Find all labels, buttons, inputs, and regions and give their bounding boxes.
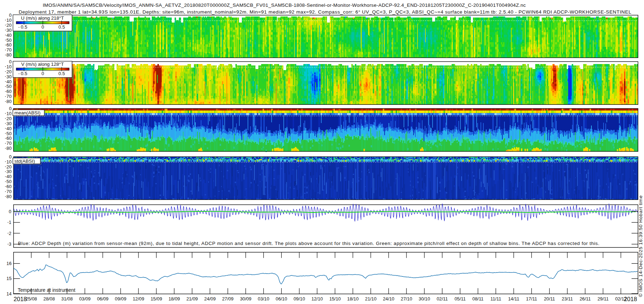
svg-text:21/10: 21/10 bbox=[365, 296, 376, 301]
svg-text:16: 16 bbox=[6, 261, 11, 266]
svg-text:80: 80 bbox=[6, 194, 11, 199]
svg-text:40: 40 bbox=[6, 174, 11, 179]
svg-text:14: 14 bbox=[6, 291, 11, 296]
svg-text:31/08: 31/08 bbox=[61, 296, 73, 301]
svg-text:50: 50 bbox=[6, 131, 11, 136]
svg-text:10: 10 bbox=[6, 18, 11, 23]
svg-text:15: 15 bbox=[6, 276, 11, 281]
svg-text:40: 40 bbox=[6, 79, 11, 84]
svg-text:0: 0 bbox=[9, 154, 11, 160]
svg-text:70: 70 bbox=[6, 189, 11, 194]
svg-text:2018: 2018 bbox=[14, 296, 27, 303]
svg-text:60: 60 bbox=[6, 42, 11, 48]
svg-text:30/09: 30/09 bbox=[240, 296, 252, 301]
svg-text:18/10: 18/10 bbox=[347, 296, 358, 301]
svg-text:29/11: 29/11 bbox=[597, 296, 609, 301]
svg-text:0: 0 bbox=[42, 71, 44, 76]
svg-text:03/09: 03/09 bbox=[79, 296, 91, 301]
svg-text:80: 80 bbox=[6, 146, 11, 151]
svg-text:50: 50 bbox=[6, 179, 11, 184]
svg-text:60: 60 bbox=[6, 184, 11, 189]
svg-text:0: 0 bbox=[9, 106, 11, 111]
svg-text:09/09: 09/09 bbox=[115, 296, 126, 301]
svg-text:28/08: 28/08 bbox=[43, 296, 55, 301]
svg-text:17/11: 17/11 bbox=[526, 296, 537, 301]
svg-text:20: 20 bbox=[6, 23, 11, 28]
svg-text:02/11: 02/11 bbox=[436, 296, 448, 301]
svg-text:IMOS/ANMN/SA/SAM5CB/Velocity/I: IMOS/ANMN/SA/SAM5CB/Velocity/IMOS_ANMN-S… bbox=[43, 3, 526, 8]
svg-text:80: 80 bbox=[6, 52, 11, 58]
svg-text:0: 0 bbox=[42, 24, 44, 30]
svg-text:0.5: 0.5 bbox=[21, 24, 27, 30]
svg-text:12/10: 12/10 bbox=[311, 296, 323, 301]
svg-text:0.5: 0.5 bbox=[21, 71, 27, 76]
svg-text:50: 50 bbox=[6, 38, 11, 43]
svg-text:Deployment 17, member 1 lat=34: Deployment 17, member 1 lat=34.93S lon=1… bbox=[19, 9, 631, 15]
svg-text:3: 3 bbox=[9, 241, 11, 247]
svg-text:11/11: 11/11 bbox=[491, 296, 501, 301]
svg-text:Temperature at instrument: Temperature at instrument bbox=[18, 288, 75, 293]
svg-text:20: 20 bbox=[6, 69, 11, 74]
svg-text:26/11: 26/11 bbox=[580, 296, 591, 301]
svg-text:0: 0 bbox=[9, 13, 11, 18]
svg-text:0: 0 bbox=[9, 59, 11, 64]
svg-text:12/09: 12/09 bbox=[133, 296, 144, 301]
svg-text:2: 2 bbox=[9, 231, 11, 236]
svg-text:0.5: 0.5 bbox=[58, 24, 65, 30]
svg-text:10: 10 bbox=[6, 111, 11, 116]
svg-text:0: 0 bbox=[9, 209, 11, 214]
svg-text:27/09: 27/09 bbox=[222, 296, 234, 301]
svg-text:U (m/s) along 218°T: U (m/s) along 218°T bbox=[21, 15, 64, 21]
svg-text:80: 80 bbox=[6, 99, 11, 104]
svg-text:06/10: 06/10 bbox=[276, 296, 287, 301]
svg-text:60: 60 bbox=[6, 136, 11, 141]
svg-text:40: 40 bbox=[6, 33, 11, 38]
svg-text:30/10: 30/10 bbox=[419, 296, 430, 301]
svg-text:© IMOS 14-Dec-2025 16:39:50 Ho: © IMOS 14-Dec-2025 16:39:50 Hobart time bbox=[638, 196, 643, 297]
svg-text:1: 1 bbox=[9, 220, 11, 225]
svg-text:08/11: 08/11 bbox=[472, 296, 483, 301]
svg-text:30: 30 bbox=[6, 74, 11, 79]
svg-text:std(ABSI): std(ABSI) bbox=[14, 158, 35, 164]
svg-text:70: 70 bbox=[6, 94, 11, 99]
svg-text:20/11: 20/11 bbox=[544, 296, 555, 301]
svg-text:0.5: 0.5 bbox=[58, 71, 65, 76]
svg-text:2018: 2018 bbox=[624, 296, 637, 303]
svg-text:21/09: 21/09 bbox=[186, 296, 198, 301]
svg-text:10: 10 bbox=[6, 64, 11, 69]
svg-text:50: 50 bbox=[6, 84, 11, 89]
svg-text:15/10: 15/10 bbox=[329, 296, 341, 301]
svg-text:30: 30 bbox=[6, 28, 11, 33]
svg-text:25/08: 25/08 bbox=[25, 296, 37, 301]
svg-text:Blue: ADCP Depth (m) variation: Blue: ADCP Depth (m) variation from sens… bbox=[18, 241, 599, 246]
svg-text:06/09: 06/09 bbox=[97, 296, 108, 301]
svg-text:09/10: 09/10 bbox=[293, 296, 305, 301]
svg-text:V (m/s) along 128°T: V (m/s) along 128°T bbox=[21, 62, 64, 67]
svg-text:30: 30 bbox=[6, 169, 11, 174]
svg-text:mean(ABSI): mean(ABSI) bbox=[14, 110, 40, 116]
svg-text:24/09: 24/09 bbox=[204, 296, 216, 301]
svg-text:20: 20 bbox=[6, 116, 11, 121]
svg-text:20: 20 bbox=[6, 164, 11, 170]
svg-text:30: 30 bbox=[6, 121, 11, 126]
svg-text:10: 10 bbox=[6, 159, 11, 165]
svg-text:40: 40 bbox=[6, 126, 11, 131]
svg-text:27/10: 27/10 bbox=[401, 296, 412, 301]
svg-text:60: 60 bbox=[6, 89, 11, 94]
svg-text:23/11: 23/11 bbox=[562, 296, 573, 301]
svg-text:24/10: 24/10 bbox=[383, 296, 394, 301]
svg-text:18/09: 18/09 bbox=[169, 296, 180, 301]
svg-text:70: 70 bbox=[6, 47, 11, 53]
svg-text:15/09: 15/09 bbox=[151, 296, 162, 301]
svg-text:03/10: 03/10 bbox=[258, 296, 269, 301]
svg-text:70: 70 bbox=[6, 141, 11, 146]
svg-text:14/11: 14/11 bbox=[508, 296, 519, 301]
svg-text:05/11: 05/11 bbox=[454, 296, 465, 301]
